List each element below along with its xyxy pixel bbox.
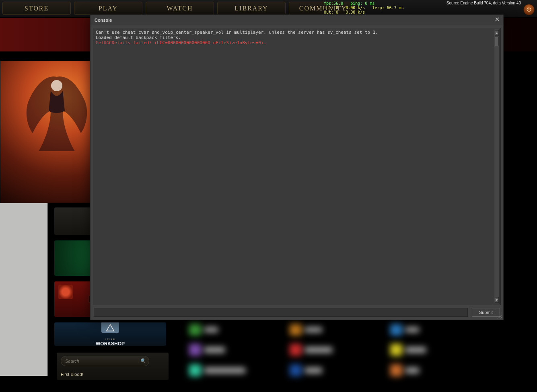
version-text: Source Engine Build 704, dota Version 40 [446,1,521,5]
console-scrollbar[interactable]: ▲ ▼ [494,29,500,304]
scroll-thumb[interactable] [495,37,499,46]
news-headline: First Blood! [61,372,165,377]
friend-item[interactable]: ████ [189,322,278,337]
steam-workshop-icon [101,322,119,333]
console-titlebar[interactable]: Console [91,15,503,25]
search-placeholder: Search [65,359,79,363]
friend-item[interactable]: █████ [290,322,378,337]
console-submit-button[interactable]: Submit [472,308,500,317]
console-close-button[interactable] [494,16,501,24]
friend-item[interactable]: ████ [390,322,479,337]
friend-item[interactable]: ████████ [290,342,378,357]
netgraph-out: out: 0 [324,10,338,14]
friends-grid: ████ █████ ████ ██████ ████████ ██████ █… [189,322,479,378]
nav-tab-play[interactable]: PLAY [74,2,142,15]
friend-item[interactable]: ████████████ [189,363,278,378]
power-icon [526,7,532,12]
netgraph: fps:56.9 ping: 0 ms in : 0 0.00 k/s lerp… [324,1,404,14]
console-resize-handle[interactable] [497,313,502,319]
promo-workshop[interactable]: STEAM WORKSHOP [54,322,167,346]
news-sidebar [0,203,48,376]
queen-of-pain-silhouette [23,73,91,153]
netgraph-lerp: lerp: 66.7 ms [372,6,403,10]
friend-item[interactable]: ██████ [390,342,479,357]
netgraph-out-rate: 0.00 k/s [346,10,365,14]
console-window: Console Can't use cheat cvar snd_voip_ce… [90,14,504,320]
friend-item[interactable]: ██████ [189,342,278,357]
svg-point-0 [51,80,62,91]
power-button[interactable] [523,4,535,15]
workshop-logo-text: WORKSHOP [96,341,125,346]
console-line: Can't use cheat cvar snd_voip_center_spe… [96,30,498,35]
nav-tab-store[interactable]: STORE [2,2,71,15]
workshop-logo-top: STEAM [96,338,125,341]
netgraph-ping: ping: 0 ms [350,1,374,6]
netgraph-in-rate: 0.00 k/s [346,6,365,10]
scroll-down-button[interactable]: ▼ [495,297,499,303]
search-panel: Search 🔍 First Blood! [56,352,169,380]
search-input[interactable]: Search 🔍 [61,356,149,366]
friend-item[interactable]: ████ [390,363,479,378]
friend-item[interactable]: █████ [290,363,378,378]
scroll-up-button[interactable]: ▲ [495,30,499,36]
netgraph-in: in : 0 [324,6,338,10]
console-line: Loaded default backpack filters. [96,35,498,40]
console-title: Console [95,18,112,23]
console-line: GetUGCDetails failed? (UGC=0000000000000… [96,40,498,45]
nav-tab-library[interactable]: LIBRARY [217,2,286,15]
netgraph-fps: fps:56.9 [324,1,343,6]
console-output[interactable]: Can't use cheat cvar snd_voip_center_spe… [93,28,501,305]
console-input[interactable] [94,308,468,317]
close-icon [495,17,500,22]
nav-tab-watch[interactable]: WATCH [146,2,214,15]
console-input-row: Submit [91,308,503,320]
search-icon: 🔍 [140,358,146,363]
resize-grip-icon [497,313,502,319]
dota-logo-icon [58,285,73,299]
